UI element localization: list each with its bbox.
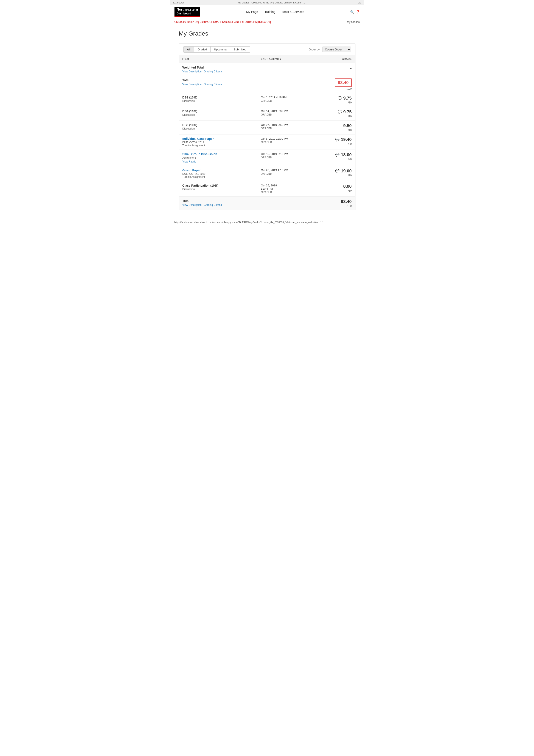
page-title: My Grades [179,30,355,37]
item-sub: Discussion [183,127,254,130]
grading-criteria-link-bottom[interactable]: Grading Criteria [204,203,222,206]
last-activity-cell: Oct 15, 2019 8:13 PM GRADED [257,150,315,166]
grading-criteria-link[interactable]: Grading Criteria [204,70,222,73]
item-name-weighted-total: Weighted Total [183,66,254,69]
top-navigation: NortheasternDashboard My Page Training T… [170,5,364,18]
order-by-label: Order by: [309,48,320,51]
col-item: ITEM [179,55,258,63]
table-row: Class Participation (10%) Discussion Oct… [179,181,355,197]
item-name-total: Total [183,78,254,82]
item-sub: Discussion [183,99,254,103]
grade-value: 💬 18.00 [335,152,351,157]
table-row: Individual Case Paper DUE: OCT 6, 2019 T… [179,134,355,150]
grading-criteria-link-total[interactable]: Grading Criteria [204,83,222,86]
table-row: Weighted Total View Description Grading … [179,63,355,76]
find-icon[interactable]: 🔍 [350,10,354,14]
item-cell: DB2 (10%) Discussion [179,93,258,107]
item-cell: Weighted Total View Description Grading … [179,63,258,76]
graded-label: GRADED [261,113,312,116]
last-activity-text: Oct 15, 2019 8:13 PM [261,152,312,156]
item-sub: Discussion [183,113,254,116]
footer-url: https://northeastern.blackboard.com/weba… [170,219,364,225]
item-cell: DB6 (10%) Discussion [179,121,258,134]
tab-all[interactable]: All [183,46,194,53]
comment-icon: 💬 [335,169,340,173]
grade-value: 💬 9.75 [338,96,352,101]
nav-mypage[interactable]: My Page [246,10,258,14]
item-cell: Group Paper DUE: OCT 22, 2019 Turnitin A… [179,166,258,181]
page-title-section: My Grades [170,26,364,43]
item-sub: Discussion [183,188,254,191]
grade-denom: /100 [318,87,352,90]
grade-cell-total-bottom: 93.40 /100 [315,197,355,210]
view-rubric-link[interactable]: View Rubric [183,160,196,163]
grade-cell-db6: 9.50 /10 [315,121,355,134]
tab-graded[interactable]: Graded [194,46,211,53]
breadcrumb-current: My Grades [347,20,360,23]
item-cell: DB4 (10%) Discussion [179,107,258,121]
browser-date: 2019/10/28 [173,1,185,4]
graded-label: GRADED [261,127,312,130]
tab-submitted[interactable]: Submitted [230,46,250,53]
last-activity-text: Oct 14, 2019 5:02 PM [261,109,312,113]
graded-label: GRADED [261,99,312,102]
last-activity-cell: Oct 26, 2019 4:16 PM GRADED [257,166,315,181]
logo[interactable]: NortheasternDashboard [174,7,200,17]
item-name-total-bottom: Total [183,199,254,202]
last-activity-cell: Oct 14, 2019 5:02 PM GRADED [257,107,315,121]
last-activity-cell: Oct 1, 2019 4:18 PM GRADED [257,93,315,107]
item-cell: Total View Description Grading Criteria [179,197,258,210]
nav-tools[interactable]: Tools & Services [282,10,304,14]
nav-right: 🔍 ❓ [350,10,360,14]
grade-denom: /10 [318,115,352,118]
table-row: Group Paper DUE: OCT 22, 2019 Turnitin A… [179,166,355,181]
item-links: View Description Grading Criteria [183,203,254,206]
order-by-section: Order by: Course Order Category Due Date… [309,46,351,52]
tab-upcoming[interactable]: Upcoming [211,46,231,53]
view-description-link[interactable]: View Description [183,70,202,73]
graded-label: GRADED [261,172,312,175]
item-name-small-group[interactable]: Small Group Discussion [183,152,254,156]
grade-cell-db2: 💬 9.75 /10 [315,93,355,107]
last-activity-cell [257,197,315,210]
grade-denom: /10 [318,101,352,104]
col-grade: GRADE [315,55,355,63]
item-name-db6: DB6 (10%) [183,123,254,127]
table-row: Total View Description Grading Criteria … [179,76,355,93]
grade-value: 💬 19.40 [335,137,351,142]
item-sub: DUE: OCT 22, 2019 Turnitin Assignment [183,173,254,178]
last-activity-text: Oct 8, 2019 12:30 PM [261,137,312,140]
grade-value: - [350,66,352,71]
item-name-group-paper[interactable]: Group Paper [183,169,254,172]
table-row: DB4 (10%) Discussion Oct 14, 2019 5:02 P… [179,107,355,121]
comment-icon: 💬 [335,153,340,157]
grade-value: 💬 19.00 [335,169,351,174]
order-by-select[interactable]: Course Order Category Due Date Grade [322,46,351,52]
item-name-db2: DB2 (10%) [183,96,254,99]
nav-training[interactable]: Training [265,10,275,14]
item-cell: Individual Case Paper DUE: OCT 6, 2019 T… [179,134,258,150]
last-activity-cell: Oct 25, 2019 11:44 PM GRADED [257,181,315,197]
grade-cell-participation: 8.00 /10 [315,181,355,197]
grade-denom: /20 [318,158,352,161]
last-activity-text: Oct 25, 2019 11:44 PM [261,184,312,190]
table-row: DB6 (10%) Discussion Oct 27, 2019 9:50 P… [179,121,355,134]
grade-cell-weighted: - [315,63,355,76]
grade-value: 8.00 [343,184,352,189]
grade-value-highlighted: 93.40 [335,78,351,87]
grade-cell-individual: 💬 19.40 /20 [315,134,355,150]
graded-label: GRADED [261,191,312,194]
item-cell: Small Group Discussion Assignment View R… [179,150,258,166]
grade-cell-group-paper: 💬 19.00 /20 [315,166,355,181]
col-last-activity: LAST ACTIVITY [257,55,315,63]
grade-denom: /20 [318,143,352,146]
item-cell: Total View Description Grading Criteria [179,76,258,93]
item-name-individual-case[interactable]: Individual Case Paper [183,137,254,141]
view-description-link-bottom[interactable]: View Description [183,203,202,206]
last-activity-cell: Oct 8, 2019 12:30 PM GRADED [257,134,315,150]
last-activity-cell: Oct 27, 2019 9:50 PM GRADED [257,121,315,134]
breadcrumb-course-link[interactable]: CMN0000 70352 Org Culture, Climate, & Co… [174,20,271,23]
help-icon[interactable]: ❓ [356,10,360,14]
grade-value: 9.50 [343,123,352,128]
view-description-link-total[interactable]: View Description [183,83,202,86]
